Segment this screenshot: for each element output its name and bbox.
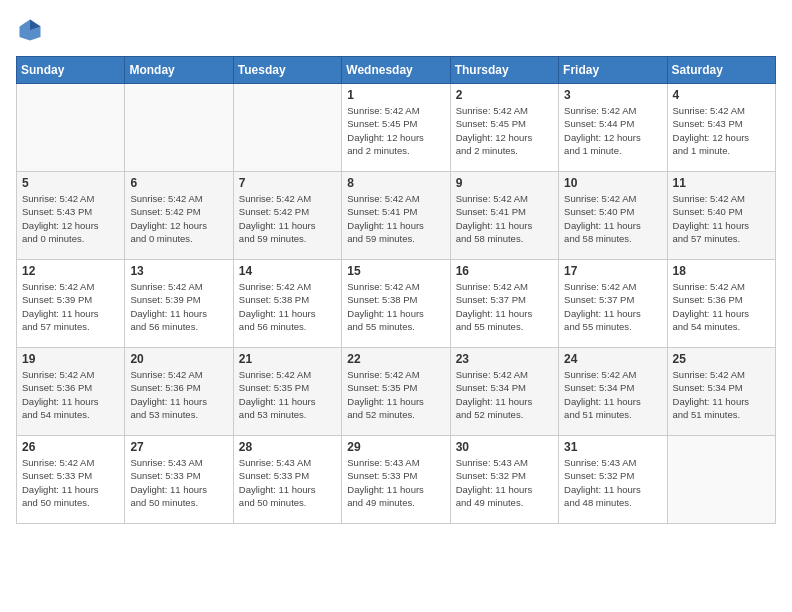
day-number: 13 [130, 264, 227, 278]
calendar-week-row: 5Sunrise: 5:42 AM Sunset: 5:43 PM Daylig… [17, 172, 776, 260]
day-number: 26 [22, 440, 119, 454]
day-number: 12 [22, 264, 119, 278]
day-number: 10 [564, 176, 661, 190]
day-number: 7 [239, 176, 336, 190]
day-info: Sunrise: 5:42 AM Sunset: 5:36 PM Dayligh… [130, 368, 227, 421]
calendar-cell: 8Sunrise: 5:42 AM Sunset: 5:41 PM Daylig… [342, 172, 450, 260]
day-of-week-header: Friday [559, 57, 667, 84]
logo [16, 16, 48, 44]
day-info: Sunrise: 5:42 AM Sunset: 5:33 PM Dayligh… [22, 456, 119, 509]
day-info: Sunrise: 5:42 AM Sunset: 5:42 PM Dayligh… [239, 192, 336, 245]
calendar-cell: 27Sunrise: 5:43 AM Sunset: 5:33 PM Dayli… [125, 436, 233, 524]
calendar-cell: 17Sunrise: 5:42 AM Sunset: 5:37 PM Dayli… [559, 260, 667, 348]
calendar-cell: 4Sunrise: 5:42 AM Sunset: 5:43 PM Daylig… [667, 84, 775, 172]
day-info: Sunrise: 5:42 AM Sunset: 5:40 PM Dayligh… [673, 192, 770, 245]
day-number: 6 [130, 176, 227, 190]
calendar-cell: 3Sunrise: 5:42 AM Sunset: 5:44 PM Daylig… [559, 84, 667, 172]
day-number: 21 [239, 352, 336, 366]
day-number: 30 [456, 440, 553, 454]
day-info: Sunrise: 5:43 AM Sunset: 5:33 PM Dayligh… [347, 456, 444, 509]
day-info: Sunrise: 5:42 AM Sunset: 5:41 PM Dayligh… [347, 192, 444, 245]
calendar-cell: 19Sunrise: 5:42 AM Sunset: 5:36 PM Dayli… [17, 348, 125, 436]
day-number: 2 [456, 88, 553, 102]
calendar-cell: 16Sunrise: 5:42 AM Sunset: 5:37 PM Dayli… [450, 260, 558, 348]
day-of-week-header: Monday [125, 57, 233, 84]
day-number: 20 [130, 352, 227, 366]
day-number: 8 [347, 176, 444, 190]
day-number: 14 [239, 264, 336, 278]
calendar-cell: 30Sunrise: 5:43 AM Sunset: 5:32 PM Dayli… [450, 436, 558, 524]
day-number: 17 [564, 264, 661, 278]
calendar-week-row: 19Sunrise: 5:42 AM Sunset: 5:36 PM Dayli… [17, 348, 776, 436]
calendar-cell: 23Sunrise: 5:42 AM Sunset: 5:34 PM Dayli… [450, 348, 558, 436]
calendar-cell: 18Sunrise: 5:42 AM Sunset: 5:36 PM Dayli… [667, 260, 775, 348]
day-number: 23 [456, 352, 553, 366]
day-info: Sunrise: 5:42 AM Sunset: 5:34 PM Dayligh… [673, 368, 770, 421]
day-info: Sunrise: 5:42 AM Sunset: 5:36 PM Dayligh… [22, 368, 119, 421]
day-number: 18 [673, 264, 770, 278]
calendar-cell: 14Sunrise: 5:42 AM Sunset: 5:38 PM Dayli… [233, 260, 341, 348]
calendar-week-row: 26Sunrise: 5:42 AM Sunset: 5:33 PM Dayli… [17, 436, 776, 524]
day-number: 28 [239, 440, 336, 454]
calendar-cell: 25Sunrise: 5:42 AM Sunset: 5:34 PM Dayli… [667, 348, 775, 436]
calendar-cell: 9Sunrise: 5:42 AM Sunset: 5:41 PM Daylig… [450, 172, 558, 260]
day-info: Sunrise: 5:42 AM Sunset: 5:35 PM Dayligh… [347, 368, 444, 421]
day-info: Sunrise: 5:42 AM Sunset: 5:37 PM Dayligh… [456, 280, 553, 333]
day-info: Sunrise: 5:42 AM Sunset: 5:34 PM Dayligh… [456, 368, 553, 421]
day-info: Sunrise: 5:42 AM Sunset: 5:38 PM Dayligh… [239, 280, 336, 333]
calendar-cell: 2Sunrise: 5:42 AM Sunset: 5:45 PM Daylig… [450, 84, 558, 172]
calendar-cell: 26Sunrise: 5:42 AM Sunset: 5:33 PM Dayli… [17, 436, 125, 524]
day-info: Sunrise: 5:43 AM Sunset: 5:33 PM Dayligh… [239, 456, 336, 509]
days-of-week-row: SundayMondayTuesdayWednesdayThursdayFrid… [17, 57, 776, 84]
calendar-table: SundayMondayTuesdayWednesdayThursdayFrid… [16, 56, 776, 524]
calendar-cell: 15Sunrise: 5:42 AM Sunset: 5:38 PM Dayli… [342, 260, 450, 348]
day-info: Sunrise: 5:42 AM Sunset: 5:40 PM Dayligh… [564, 192, 661, 245]
calendar-cell [125, 84, 233, 172]
day-number: 4 [673, 88, 770, 102]
day-info: Sunrise: 5:42 AM Sunset: 5:35 PM Dayligh… [239, 368, 336, 421]
calendar-cell: 20Sunrise: 5:42 AM Sunset: 5:36 PM Dayli… [125, 348, 233, 436]
day-info: Sunrise: 5:42 AM Sunset: 5:39 PM Dayligh… [130, 280, 227, 333]
day-info: Sunrise: 5:42 AM Sunset: 5:43 PM Dayligh… [22, 192, 119, 245]
day-info: Sunrise: 5:42 AM Sunset: 5:36 PM Dayligh… [673, 280, 770, 333]
day-info: Sunrise: 5:42 AM Sunset: 5:41 PM Dayligh… [456, 192, 553, 245]
logo-icon [16, 16, 44, 44]
calendar-cell: 21Sunrise: 5:42 AM Sunset: 5:35 PM Dayli… [233, 348, 341, 436]
day-number: 31 [564, 440, 661, 454]
calendar-cell: 6Sunrise: 5:42 AM Sunset: 5:42 PM Daylig… [125, 172, 233, 260]
day-info: Sunrise: 5:42 AM Sunset: 5:44 PM Dayligh… [564, 104, 661, 157]
day-number: 29 [347, 440, 444, 454]
day-number: 22 [347, 352, 444, 366]
calendar-cell: 12Sunrise: 5:42 AM Sunset: 5:39 PM Dayli… [17, 260, 125, 348]
calendar-week-row: 1Sunrise: 5:42 AM Sunset: 5:45 PM Daylig… [17, 84, 776, 172]
calendar-cell: 22Sunrise: 5:42 AM Sunset: 5:35 PM Dayli… [342, 348, 450, 436]
calendar-cell [17, 84, 125, 172]
day-number: 27 [130, 440, 227, 454]
day-info: Sunrise: 5:43 AM Sunset: 5:33 PM Dayligh… [130, 456, 227, 509]
day-number: 19 [22, 352, 119, 366]
day-info: Sunrise: 5:43 AM Sunset: 5:32 PM Dayligh… [456, 456, 553, 509]
day-number: 9 [456, 176, 553, 190]
day-info: Sunrise: 5:42 AM Sunset: 5:37 PM Dayligh… [564, 280, 661, 333]
calendar-week-row: 12Sunrise: 5:42 AM Sunset: 5:39 PM Dayli… [17, 260, 776, 348]
day-info: Sunrise: 5:43 AM Sunset: 5:32 PM Dayligh… [564, 456, 661, 509]
calendar-cell: 29Sunrise: 5:43 AM Sunset: 5:33 PM Dayli… [342, 436, 450, 524]
day-info: Sunrise: 5:42 AM Sunset: 5:39 PM Dayligh… [22, 280, 119, 333]
day-number: 3 [564, 88, 661, 102]
calendar-cell: 11Sunrise: 5:42 AM Sunset: 5:40 PM Dayli… [667, 172, 775, 260]
day-of-week-header: Tuesday [233, 57, 341, 84]
calendar-cell: 28Sunrise: 5:43 AM Sunset: 5:33 PM Dayli… [233, 436, 341, 524]
calendar-cell: 24Sunrise: 5:42 AM Sunset: 5:34 PM Dayli… [559, 348, 667, 436]
calendar-cell: 13Sunrise: 5:42 AM Sunset: 5:39 PM Dayli… [125, 260, 233, 348]
day-number: 25 [673, 352, 770, 366]
day-number: 24 [564, 352, 661, 366]
day-number: 11 [673, 176, 770, 190]
calendar-body: 1Sunrise: 5:42 AM Sunset: 5:45 PM Daylig… [17, 84, 776, 524]
day-info: Sunrise: 5:42 AM Sunset: 5:45 PM Dayligh… [456, 104, 553, 157]
day-info: Sunrise: 5:42 AM Sunset: 5:38 PM Dayligh… [347, 280, 444, 333]
day-info: Sunrise: 5:42 AM Sunset: 5:34 PM Dayligh… [564, 368, 661, 421]
day-number: 5 [22, 176, 119, 190]
calendar-cell: 10Sunrise: 5:42 AM Sunset: 5:40 PM Dayli… [559, 172, 667, 260]
calendar-cell [233, 84, 341, 172]
day-number: 1 [347, 88, 444, 102]
